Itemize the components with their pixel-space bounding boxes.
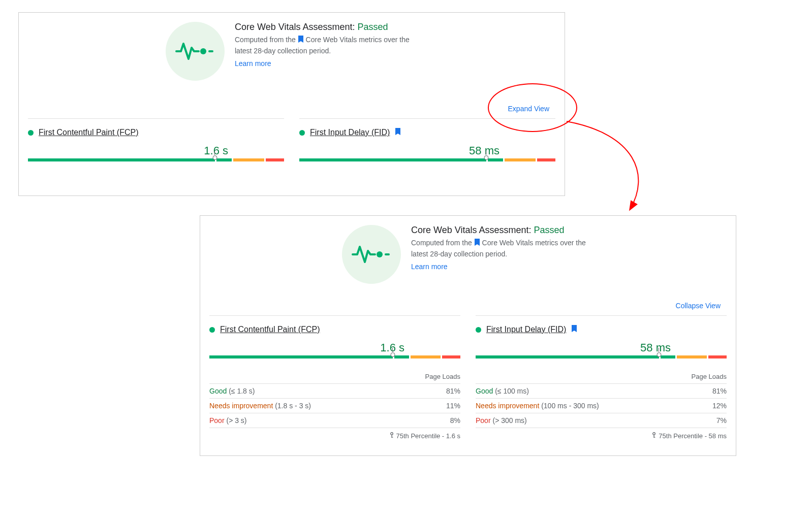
bucket-pct: 12% [712,402,727,410]
breakdown-row: Good (≤ 100 ms)81% [476,384,727,399]
svg-point-7 [653,433,655,435]
learn-more-link[interactable]: Learn more [235,59,271,68]
bucket-pct: 81% [712,387,727,395]
bucket-label: Poor [209,416,225,425]
breakdown-table: Page LoadsGood (≤ 100 ms)81%Needs improv… [476,370,727,428]
cwv-summary-text: Core Web Vitals Assessment: Passed Compu… [411,225,594,284]
svg-rect-1 [208,50,213,52]
status-dot-good [299,130,305,136]
metric-value: 1.6 s [28,144,284,157]
svg-rect-9 [654,437,655,438]
breakdown-row: Good (≤ 1.8 s)81% [209,384,460,399]
page-loads-header: Page Loads [209,370,460,384]
metric-value: 1.6 s [209,341,460,354]
bucket-pct: 7% [716,416,727,425]
metric-name-link[interactable]: First Contentful Paint (FCP) [220,325,320,334]
metric-name-link[interactable]: First Contentful Paint (FCP) [39,128,139,137]
expand-view-link[interactable]: Expand View [508,105,549,113]
breakdown-table: Page LoadsGood (≤ 1.8 s)81%Needs improve… [209,370,460,428]
bucket-label: Needs improvement [209,402,273,410]
metric-card: First Contentful Paint (FCP)1.6 sPage Lo… [209,315,460,440]
cwv-status: Passed [357,22,388,32]
breakdown-row: Poor (> 300 ms)7% [476,413,727,428]
cwv-header: Core Web Vitals Assessment: Passed Compu… [200,216,736,284]
collapse-view-link[interactable]: Collapse View [676,302,721,310]
bookmark-icon [474,238,480,249]
cwv-status: Passed [534,225,564,235]
breakdown-row: Needs improvement (100 ms - 300 ms)12% [476,399,727,413]
breakdown-row: Poor (> 3 s)8% [209,413,460,428]
cwv-summary-text: Core Web Vitals Assessment: Passed Compu… [235,22,418,81]
page-loads-header: Page Loads [476,370,727,384]
metric-header: First Contentful Paint (FCP) [209,325,460,334]
toggle-row: Collapse View [200,301,736,315]
metric-value: 58 ms [476,341,727,354]
status-dot-good [209,327,215,333]
metric-header: First Input Delay (FID) [476,325,727,334]
breakdown-row: Needs improvement (1.8 s - 3 s)11% [209,399,460,413]
bucket-label: Needs improvement [476,402,539,410]
cwv-title: Core Web Vitals Assessment: Passed [235,22,418,32]
bucket-range: (100 ms - 300 ms) [541,402,599,410]
bucket-range: (1.8 s - 3 s) [275,402,311,410]
bucket-pct: 11% [446,402,460,410]
bucket-label: Good [209,387,227,395]
bucket-pct: 81% [446,387,460,395]
cwv-description: Computed from the Core Web Vitals metric… [411,238,594,259]
cwv-description: Computed from the Core Web Vitals metric… [235,35,418,56]
status-dot-good [28,130,34,136]
key-icon [651,432,657,440]
cwv-panel-expanded: Core Web Vitals Assessment: Passed Compu… [200,215,736,456]
vitals-icon [342,225,401,284]
bucket-range: (≤ 100 ms) [495,387,529,395]
bucket-range: (≤ 1.8 s) [229,387,255,395]
bucket-label: Poor [476,416,491,425]
svg-rect-6 [391,437,393,438]
vitals-icon [166,22,225,81]
distribution-bar [28,158,284,169]
distribution-bar [209,355,460,366]
cwv-header: Core Web Vitals Assessment: Passed Compu… [19,13,565,81]
distribution-bar [476,355,727,366]
svg-point-2 [377,251,383,257]
svg-rect-3 [385,253,390,255]
key-icon [389,432,394,440]
percentile-marker [212,155,217,160]
metric-card: First Contentful Paint (FCP)1.6 s [28,118,284,169]
metric-name-link[interactable]: First Input Delay (FID) [310,128,390,137]
bucket-pct: 8% [450,416,460,425]
percentile-marker [390,352,395,357]
cwv-panel-collapsed: Core Web Vitals Assessment: Passed Compu… [18,12,565,196]
bucket-range: (> 300 ms) [492,416,526,425]
metric-header: First Contentful Paint (FCP) [28,128,284,137]
bookmark-icon [298,35,304,46]
metric-card: First Input Delay (FID) 58 msPage LoadsG… [476,315,727,440]
bookmark-icon [395,128,401,137]
distribution-bar [299,158,555,169]
percentile-marker [657,352,661,357]
metrics-row: First Contentful Paint (FCP)1.6 sFirst I… [19,118,565,179]
bookmark-icon [571,325,577,334]
cwv-title: Core Web Vitals Assessment: Passed [411,225,594,236]
metric-name-link[interactable]: First Input Delay (FID) [486,325,566,334]
status-dot-good [476,327,481,333]
percentile-note: 75th Percentile - 58 ms [476,432,727,440]
metrics-row: First Contentful Paint (FCP)1.6 sPage Lo… [200,315,736,450]
toggle-row: Expand View [19,104,565,118]
learn-more-link[interactable]: Learn more [411,263,448,271]
svg-point-4 [390,433,393,435]
metric-card: First Input Delay (FID) 58 ms [299,118,555,169]
metric-header: First Input Delay (FID) [299,128,555,137]
percentile-marker [484,155,488,160]
metric-value: 58 ms [299,144,555,157]
bucket-label: Good [476,387,493,395]
percentile-note: 75th Percentile - 1.6 s [209,432,460,440]
svg-point-0 [200,48,206,54]
bucket-range: (> 3 s) [226,416,246,425]
